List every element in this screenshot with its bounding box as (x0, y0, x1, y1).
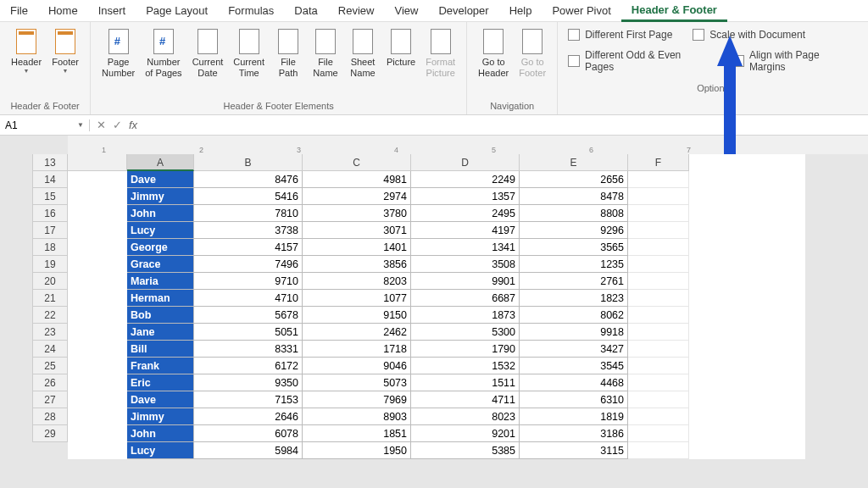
row-header[interactable]: 21 (32, 290, 68, 307)
cell-empty[interactable] (628, 324, 689, 341)
row-header[interactable]: 23 (32, 324, 68, 341)
ribbon-btn-picture[interactable]: Picture (382, 25, 420, 70)
col-header-b[interactable]: B (194, 154, 303, 171)
tab-formulas[interactable]: Formulas (218, 1, 284, 20)
cell-name[interactable]: Dave (127, 391, 194, 408)
cell-value[interactable]: 9901 (411, 273, 520, 290)
cell-value[interactable]: 3545 (520, 358, 628, 374)
row-header[interactable]: 22 (32, 307, 68, 324)
row-header[interactable]: 24 (32, 341, 68, 358)
tab-header-footer[interactable]: Header & Footer (621, 0, 727, 22)
cell-empty[interactable] (628, 205, 689, 222)
cell-empty[interactable] (628, 307, 689, 324)
cell-value[interactable]: 8203 (303, 273, 411, 290)
cell-value[interactable]: 8062 (520, 307, 628, 324)
cell-empty[interactable] (628, 222, 689, 239)
cell-value[interactable]: 8903 (303, 408, 411, 425)
cell-empty[interactable] (628, 408, 689, 425)
tab-developer[interactable]: Developer (428, 1, 498, 20)
cell-value[interactable]: 2656 (520, 171, 628, 188)
row-header[interactable]: 29 (32, 425, 68, 442)
cell-value[interactable]: 6687 (411, 290, 520, 307)
cell-value[interactable]: 2495 (411, 205, 520, 222)
checkbox-align-with-page-margins[interactable]: Align with Page Margins (732, 49, 858, 73)
cell-empty[interactable] (628, 358, 689, 374)
cell-value[interactable]: 6172 (194, 358, 303, 374)
ribbon-btn-go-to-header[interactable]: Go toHeader (474, 25, 513, 81)
cell-value[interactable]: 1511 (411, 374, 520, 391)
ribbon-btn-footer[interactable]: Footer▼ (47, 25, 83, 78)
cell-value[interactable]: 5984 (194, 442, 303, 459)
row-header[interactable]: 25 (32, 358, 68, 374)
cell-empty[interactable] (628, 290, 689, 307)
cell-value[interactable]: 3508 (411, 256, 520, 273)
cell-name[interactable]: George (127, 239, 194, 256)
tab-review[interactable]: Review (328, 1, 385, 20)
cell-value[interactable]: 1357 (411, 188, 520, 205)
cell-value[interactable]: 3115 (520, 442, 628, 459)
checkbox-different-odd-even-pages[interactable]: Different Odd & Even Pages (568, 49, 712, 73)
cell-value[interactable]: 9201 (411, 425, 520, 442)
col-header-a[interactable]: A (127, 154, 194, 171)
col-header-e[interactable]: E (520, 154, 628, 171)
cell-value[interactable]: 2761 (520, 273, 628, 290)
cell-name[interactable]: Herman (127, 290, 194, 307)
cell-value[interactable]: 2974 (303, 188, 411, 205)
cell-value[interactable]: 2462 (303, 324, 411, 341)
row-header[interactable]: 13 (32, 154, 68, 171)
cell-name[interactable]: Jimmy (127, 408, 194, 425)
cell-empty[interactable] (628, 341, 689, 358)
row-header[interactable]: 17 (32, 222, 68, 239)
cell-value[interactable]: 1950 (303, 442, 411, 459)
cell-value[interactable]: 6310 (520, 391, 628, 408)
cell-value[interactable]: 1851 (303, 425, 411, 442)
tab-data[interactable]: Data (284, 1, 327, 20)
cell-value[interactable]: 8476 (194, 171, 303, 188)
cell-empty[interactable] (628, 442, 689, 459)
tab-help[interactable]: Help (499, 1, 542, 20)
cell-value[interactable]: 5073 (303, 374, 411, 391)
cell-value[interactable]: 3071 (303, 222, 411, 239)
cell-name[interactable]: Bill (127, 341, 194, 358)
cell-name[interactable]: Frank (127, 358, 194, 374)
cell-value[interactable]: 4981 (303, 171, 411, 188)
enter-icon[interactable]: ✓ (113, 119, 122, 131)
tab-page-layout[interactable]: Page Layout (136, 1, 218, 20)
cell-value[interactable]: 5051 (194, 324, 303, 341)
cell-value[interactable]: 1873 (411, 307, 520, 324)
row-header[interactable]: 27 (32, 391, 68, 408)
cell-value[interactable]: 1401 (303, 239, 411, 256)
cell-value[interactable]: 9350 (194, 374, 303, 391)
cell-empty[interactable] (628, 391, 689, 408)
tab-insert[interactable]: Insert (88, 1, 136, 20)
cell-value[interactable]: 1532 (411, 358, 520, 374)
cancel-icon[interactable]: ✕ (97, 119, 106, 131)
col-header-c[interactable]: C (303, 154, 411, 171)
cell-name[interactable]: Lucy (127, 222, 194, 239)
ribbon-btn-header[interactable]: Header▼ (7, 25, 46, 78)
cell-value[interactable]: 1819 (520, 408, 628, 425)
cell-empty[interactable] (628, 425, 689, 442)
cell-value[interactable]: 9296 (520, 222, 628, 239)
cell-value[interactable]: 2646 (194, 408, 303, 425)
cell-name[interactable]: Eric (127, 374, 194, 391)
name-box[interactable]: A1 ▼ (0, 119, 90, 131)
fx-label[interactable]: fx (129, 119, 137, 131)
row-header[interactable]: 26 (32, 374, 68, 391)
cell-name[interactable]: John (127, 205, 194, 222)
cell-empty[interactable] (628, 256, 689, 273)
tab-file[interactable]: File (0, 1, 38, 20)
ribbon-btn-current-time[interactable]: CurrentTime (229, 25, 269, 81)
cell-name[interactable]: Grace (127, 256, 194, 273)
cell-value[interactable]: 4197 (411, 222, 520, 239)
cell-value[interactable]: 5385 (411, 442, 520, 459)
ribbon-btn-file-name[interactable]: FileName (308, 25, 343, 81)
ribbon-btn-file-path[interactable]: FilePath (270, 25, 306, 81)
checkbox-scale-with-document[interactable]: Scale with Document (693, 29, 805, 41)
tab-home[interactable]: Home (38, 1, 88, 20)
cell-value[interactable]: 7496 (194, 256, 303, 273)
row-header[interactable]: 16 (32, 205, 68, 222)
cell-name[interactable]: Lucy (127, 442, 194, 459)
cell-value[interactable]: 1823 (520, 290, 628, 307)
cell-empty[interactable] (628, 188, 689, 205)
